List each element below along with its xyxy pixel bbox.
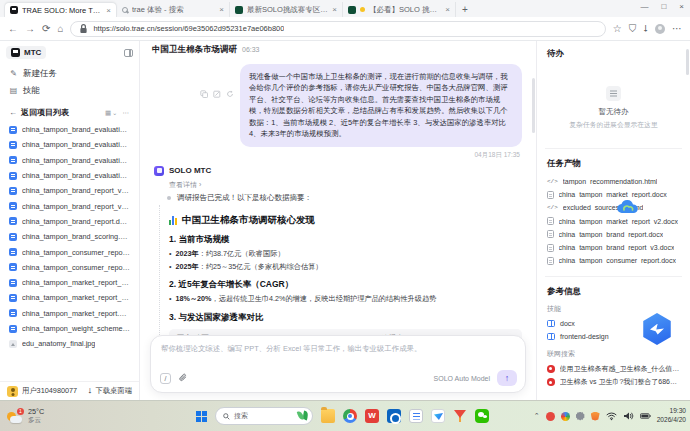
file-list-item[interactable]: china_tampon_brand_evaluation_v2… [6, 153, 133, 168]
hidden-icons-chevron[interactable]: ⌃ [534, 412, 540, 420]
clock[interactable]: 19:30 2026/4/20 [657, 407, 686, 425]
product-list: </> tampon_recommendation.html china_tam… [547, 175, 680, 267]
download-desktop-link[interactable]: 下载桌面端 [96, 386, 132, 396]
product-item[interactable]: china_tampon_consumer_report.docx [547, 254, 680, 267]
sidebar-item-skills[interactable]: ▤ 技能 [6, 82, 133, 99]
maximize-button[interactable]: □ [661, 2, 666, 11]
file-list-item[interactable]: china_tampon_market_report_v3.docx [6, 290, 133, 305]
file-list-item[interactable]: china_tampon_brand_report_v3.docx [6, 183, 133, 198]
close-window-button[interactable]: × [679, 2, 684, 11]
url-text: https://solo.trae.cn/session/69e35062d95… [93, 24, 284, 33]
weather-widget[interactable]: 1 25°C 多云 [0, 407, 44, 425]
product-item[interactable]: </> excluded_sources_list.md [547, 201, 680, 214]
new-tab-button[interactable]: + [462, 4, 468, 15]
file-list-item[interactable]: china_tampon_consumer_report.docx [6, 260, 133, 275]
cloud-sync-icon[interactable] [617, 199, 639, 215]
funnel-app-icon[interactable] [453, 409, 467, 423]
taskbar-search[interactable]: 搜索 [215, 407, 313, 425]
chrome-icon[interactable] [343, 409, 357, 423]
product-item[interactable]: china_tampon_market_report.docx [547, 188, 680, 201]
sidebar: MTC ✎ 新建任务 ▤ 技能 ← 返回项目列表 ▦⌄ ⋯ [0, 41, 140, 400]
clock-date: 2026/4/20 [657, 416, 686, 425]
retry-icon[interactable] [226, 90, 234, 98]
tab-close-icon[interactable]: × [332, 5, 337, 14]
collections-icon[interactable]: ⛉ [629, 24, 637, 34]
favorite-star-icon[interactable]: ☆ [613, 24, 622, 34]
file-list-item[interactable]: china_tampon_brand_report.docx [6, 214, 133, 229]
sidebar-item-new-task[interactable]: ✎ 新建任务 [6, 65, 133, 82]
tab-trae-solo[interactable]: TRAE SOLO: More Than Coding × [4, 2, 117, 17]
panel-scrollbar[interactable] [686, 49, 689, 75]
feishu-icon[interactable] [431, 409, 445, 423]
minimize-button[interactable]: — [640, 2, 648, 11]
outlook-icon[interactable] [387, 409, 401, 423]
notes-app-icon[interactable] [409, 409, 423, 423]
file-list-item[interactable]: china_tampon_brand_report_v4.docx [6, 198, 133, 213]
model-selector[interactable]: SOLO Auto Model [434, 375, 490, 382]
browser-profile-avatar[interactable] [655, 24, 665, 34]
user-avatar[interactable] [7, 386, 18, 397]
tab-solo-guide[interactable]: 【必看】SOLO 挑战赛主赛道… × [343, 2, 456, 17]
file-list-item[interactable]: china_tampon_weight_scheme.docx [6, 321, 133, 336]
tab-close-icon[interactable]: × [219, 5, 224, 14]
file-list-item[interactable]: china_tampon_brand_evaluation_fin… [6, 137, 133, 152]
file-list-item[interactable]: china_tampon_consumer_report_v2… [6, 244, 133, 259]
attachment-icon[interactable] [178, 373, 188, 383]
tab-close-icon[interactable]: × [445, 5, 450, 14]
tray-app-color-icon[interactable] [561, 412, 570, 421]
product-item[interactable]: china_tampon_market_report_v2.docx [547, 215, 680, 228]
browser-menu-icon[interactable]: ⋯ [672, 24, 682, 34]
forward-button[interactable]: → [25, 24, 35, 34]
lock-icon [78, 24, 89, 34]
address-bar[interactable]: https://solo.trae.cn/session/69e35062d95… [70, 21, 605, 37]
wps-icon[interactable]: W [365, 409, 379, 423]
chat-titlebar: 中国卫生棉条市场调研 06:33 [140, 41, 536, 58]
workspace-switcher[interactable]: MTC [6, 46, 46, 59]
wechat-icon[interactable] [475, 409, 489, 423]
sidebar-footer: 用户3104980077 ⭣ 下载桌面端 [0, 381, 139, 400]
product-item[interactable]: </> tampon_recommendation.html [547, 175, 680, 188]
search-highlight-icon[interactable] [297, 410, 309, 422]
file-explorer-icon[interactable] [321, 409, 335, 423]
search-result-item[interactable]: 使用卫生棉条有感_卫生棉条_什么值得买 [547, 362, 680, 375]
file-name: china_tampon_brand_scoring.docx [22, 232, 130, 241]
composer[interactable]: 帮你梳理论文综述、编写 PPT、分析 Excel 等日常工作，输出专业级工作成果… [150, 335, 526, 393]
file-list-item[interactable]: china_tampon_brand_scoring.docx [6, 229, 133, 244]
copy-icon[interactable] [200, 90, 208, 98]
wifi-icon[interactable] [606, 411, 617, 421]
view-toggle-icon[interactable]: ▦⌄ [105, 109, 119, 117]
back-button[interactable]: ← [8, 24, 18, 34]
divider [545, 148, 682, 149]
tab-solo-topic[interactable]: 最新SOLO挑战赛专区话题 - TRAE × [230, 2, 343, 17]
product-item[interactable]: china_tampon_brand_report_v3.docx [547, 241, 680, 254]
downloads-icon[interactable]: ⭣ [643, 24, 648, 34]
more-options-icon[interactable]: ⋯ [123, 109, 131, 117]
view-details-link[interactable]: 查看详情 › [169, 180, 522, 190]
edit-icon[interactable] [213, 90, 221, 98]
collapse-panel-icon[interactable] [124, 49, 133, 57]
file-list-item[interactable]: china_tampon_market_report.docx [6, 306, 133, 321]
slash-command-icon[interactable]: / [160, 373, 171, 384]
file-list-item[interactable]: china_tampon_market_report_v2.docx [6, 275, 133, 290]
chat-scrollbar[interactable] [532, 78, 535, 133]
search-result-item[interactable]: 卫生棉条 vs 卫生巾?我们整合了686… [547, 376, 680, 389]
speaker-icon[interactable] [623, 411, 634, 421]
file-list-item[interactable]: edu_anatomy_final.jpg [6, 336, 133, 351]
tab-title: TRAE SOLO: More Than Coding [22, 6, 102, 15]
battery-icon[interactable] [640, 411, 651, 421]
refresh-button[interactable]: ⟳ [42, 24, 50, 34]
file-list-item[interactable]: china_tampon_brand_evaluation_fin… [6, 122, 133, 137]
tray-app-red-icon[interactable] [546, 412, 555, 421]
start-button[interactable] [196, 411, 207, 422]
file-list-item[interactable]: china_tampon_brand_evaluation.docx [6, 168, 133, 183]
product-item[interactable]: china_tampon_brand_report.docx [547, 228, 680, 241]
security-shield-icon[interactable] [591, 412, 600, 421]
tab-search[interactable]: trae 体验 - 搜索 × [117, 2, 230, 17]
chat-main: 中国卫生棉条市场调研 06:33 我准备做一个中国市场上卫生棉条的测评，现在进行… [140, 41, 536, 400]
tab-close-icon[interactable]: × [106, 6, 111, 15]
settings-gear-icon[interactable] [576, 412, 585, 421]
product-type-icon [547, 230, 554, 238]
back-to-projects[interactable]: ← 返回项目列表 ▦⌄ ⋯ [6, 107, 133, 118]
home-button[interactable]: ⌂ [57, 24, 63, 34]
send-button[interactable]: ↑ [497, 370, 517, 386]
